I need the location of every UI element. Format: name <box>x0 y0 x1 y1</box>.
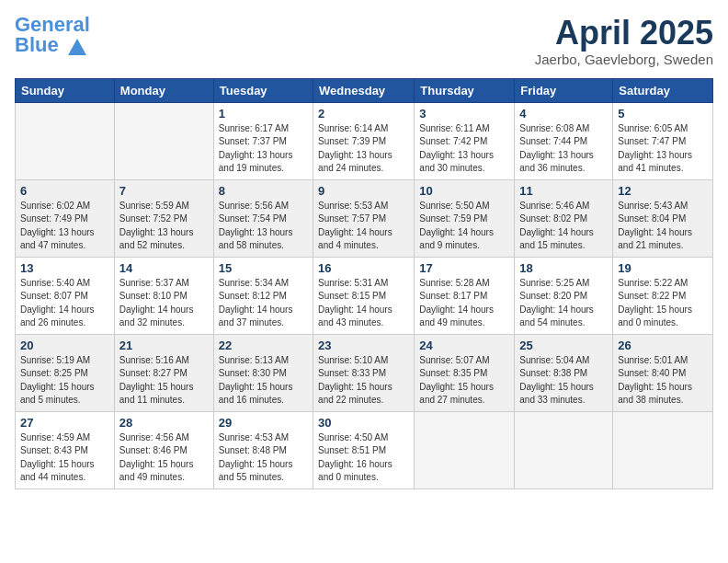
col-friday: Friday <box>515 78 613 102</box>
day-info: Sunrise: 5:56 AM Sunset: 7:54 PM Dayligh… <box>219 200 308 253</box>
day-number: 5 <box>618 107 708 121</box>
calendar-day-cell: 2Sunrise: 6:14 AM Sunset: 7:39 PM Daylig… <box>313 102 415 179</box>
day-info: Sunrise: 5:34 AM Sunset: 8:12 PM Dayligh… <box>219 277 308 330</box>
calendar-day-cell: 7Sunrise: 5:59 AM Sunset: 7:52 PM Daylig… <box>114 179 213 257</box>
day-info: Sunrise: 5:31 AM Sunset: 8:15 PM Dayligh… <box>318 277 409 330</box>
day-number: 9 <box>318 184 409 198</box>
day-info: Sunrise: 4:59 AM Sunset: 8:43 PM Dayligh… <box>20 431 109 485</box>
day-info: Sunrise: 5:40 AM Sunset: 8:07 PM Dayligh… <box>20 277 109 330</box>
day-number: 3 <box>419 107 509 121</box>
day-info: Sunrise: 6:14 AM Sunset: 7:39 PM Dayligh… <box>318 122 409 176</box>
day-number: 12 <box>618 184 708 198</box>
day-number: 20 <box>20 339 109 352</box>
day-number: 27 <box>20 416 109 430</box>
calendar-day-cell: 3Sunrise: 6:11 AM Sunset: 7:42 PM Daylig… <box>415 102 515 179</box>
day-info: Sunrise: 5:01 AM Sunset: 8:40 PM Dayligh… <box>618 354 708 408</box>
calendar-day-cell: 6Sunrise: 6:02 AM Sunset: 7:49 PM Daylig… <box>16 179 115 257</box>
day-number: 25 <box>519 339 608 352</box>
day-info: Sunrise: 6:08 AM Sunset: 7:44 PM Dayligh… <box>519 122 608 176</box>
calendar-day-cell: 23Sunrise: 5:10 AM Sunset: 8:33 PM Dayli… <box>313 334 415 411</box>
calendar-week-row: 20Sunrise: 5:19 AM Sunset: 8:25 PM Dayli… <box>16 334 713 411</box>
calendar-day-cell: 10Sunrise: 5:50 AM Sunset: 7:59 PM Dayli… <box>415 179 515 257</box>
day-info: Sunrise: 5:50 AM Sunset: 7:59 PM Dayligh… <box>419 200 509 253</box>
calendar-day-cell: 28Sunrise: 4:56 AM Sunset: 8:46 PM Dayli… <box>114 411 213 488</box>
day-info: Sunrise: 6:05 AM Sunset: 7:47 PM Dayligh… <box>618 122 708 176</box>
calendar-day-cell: 14Sunrise: 5:37 AM Sunset: 8:10 PM Dayli… <box>114 257 213 334</box>
col-wednesday: Wednesday <box>313 78 415 102</box>
day-number: 10 <box>419 184 509 198</box>
calendar-day-cell: 16Sunrise: 5:31 AM Sunset: 8:15 PM Dayli… <box>313 257 415 334</box>
day-number: 30 <box>318 416 409 430</box>
day-info: Sunrise: 5:19 AM Sunset: 8:25 PM Dayligh… <box>20 354 109 408</box>
calendar-day-cell <box>415 411 515 488</box>
col-monday: Monday <box>114 78 213 102</box>
day-info: Sunrise: 4:56 AM Sunset: 8:46 PM Dayligh… <box>119 431 209 485</box>
day-info: Sunrise: 5:16 AM Sunset: 8:27 PM Dayligh… <box>119 354 209 408</box>
calendar-week-row: 1Sunrise: 6:17 AM Sunset: 7:37 PM Daylig… <box>16 102 713 179</box>
day-info: Sunrise: 5:25 AM Sunset: 8:20 PM Dayligh… <box>519 277 608 330</box>
day-number: 2 <box>318 107 409 121</box>
calendar-day-cell: 22Sunrise: 5:13 AM Sunset: 8:30 PM Dayli… <box>213 334 313 411</box>
calendar-day-cell: 17Sunrise: 5:28 AM Sunset: 8:17 PM Dayli… <box>415 257 515 334</box>
calendar-day-cell <box>613 411 713 488</box>
calendar-day-cell: 8Sunrise: 5:56 AM Sunset: 7:54 PM Daylig… <box>213 179 313 257</box>
calendar-header-row: Sunday Monday Tuesday Wednesday Thursday… <box>16 78 713 102</box>
day-info: Sunrise: 6:11 AM Sunset: 7:42 PM Dayligh… <box>419 122 509 176</box>
day-info: Sunrise: 4:53 AM Sunset: 8:48 PM Dayligh… <box>219 431 308 485</box>
day-info: Sunrise: 5:53 AM Sunset: 7:57 PM Dayligh… <box>318 200 409 253</box>
day-info: Sunrise: 6:02 AM Sunset: 7:49 PM Dayligh… <box>20 200 109 253</box>
calendar-table: Sunday Monday Tuesday Wednesday Thursday… <box>15 78 713 489</box>
day-info: Sunrise: 5:22 AM Sunset: 8:22 PM Dayligh… <box>618 277 708 330</box>
col-sunday: Sunday <box>16 78 115 102</box>
calendar-day-cell: 11Sunrise: 5:46 AM Sunset: 8:02 PM Dayli… <box>515 179 613 257</box>
day-info: Sunrise: 5:04 AM Sunset: 8:38 PM Dayligh… <box>519 354 608 408</box>
calendar-day-cell: 25Sunrise: 5:04 AM Sunset: 8:38 PM Dayli… <box>515 334 613 411</box>
day-number: 22 <box>219 339 308 352</box>
calendar-day-cell: 29Sunrise: 4:53 AM Sunset: 8:48 PM Dayli… <box>213 411 313 488</box>
calendar-day-cell: 26Sunrise: 5:01 AM Sunset: 8:40 PM Dayli… <box>613 334 713 411</box>
day-number: 14 <box>119 261 209 275</box>
day-number: 16 <box>318 261 409 275</box>
calendar-day-cell: 13Sunrise: 5:40 AM Sunset: 8:07 PM Dayli… <box>16 257 115 334</box>
day-info: Sunrise: 5:13 AM Sunset: 8:30 PM Dayligh… <box>219 354 308 408</box>
calendar-day-cell: 12Sunrise: 5:43 AM Sunset: 8:04 PM Dayli… <box>613 179 713 257</box>
col-tuesday: Tuesday <box>213 78 313 102</box>
page-header: General Blue April 2025 Jaerbo, Gaevlebo… <box>15 15 713 67</box>
day-info: Sunrise: 5:43 AM Sunset: 8:04 PM Dayligh… <box>618 200 708 253</box>
logo-blue: Blue <box>15 33 59 56</box>
calendar-week-row: 27Sunrise: 4:59 AM Sunset: 8:43 PM Dayli… <box>16 411 713 488</box>
day-number: 19 <box>618 261 708 275</box>
calendar-day-cell: 24Sunrise: 5:07 AM Sunset: 8:35 PM Dayli… <box>415 334 515 411</box>
location: Jaerbo, Gaevleborg, Sweden <box>535 52 713 67</box>
month-title: April 2025 <box>535 15 713 52</box>
calendar-day-cell: 5Sunrise: 6:05 AM Sunset: 7:47 PM Daylig… <box>613 102 713 179</box>
logo: General Blue <box>15 15 90 55</box>
day-number: 21 <box>119 339 209 352</box>
day-number: 13 <box>20 261 109 275</box>
calendar-week-row: 6Sunrise: 6:02 AM Sunset: 7:49 PM Daylig… <box>16 179 713 257</box>
day-number: 24 <box>419 339 509 352</box>
col-thursday: Thursday <box>415 78 515 102</box>
day-number: 6 <box>20 184 109 198</box>
day-number: 15 <box>219 261 308 275</box>
day-number: 17 <box>419 261 509 275</box>
calendar-day-cell <box>114 102 213 179</box>
day-info: Sunrise: 5:10 AM Sunset: 8:33 PM Dayligh… <box>318 354 409 408</box>
calendar-day-cell: 30Sunrise: 4:50 AM Sunset: 8:51 PM Dayli… <box>313 411 415 488</box>
title-block: April 2025 Jaerbo, Gaevleborg, Sweden <box>535 15 713 67</box>
calendar-day-cell: 21Sunrise: 5:16 AM Sunset: 8:27 PM Dayli… <box>114 334 213 411</box>
day-info: Sunrise: 6:17 AM Sunset: 7:37 PM Dayligh… <box>219 122 308 176</box>
day-number: 18 <box>519 261 608 275</box>
day-number: 8 <box>219 184 308 198</box>
calendar-day-cell <box>16 102 115 179</box>
calendar-day-cell: 1Sunrise: 6:17 AM Sunset: 7:37 PM Daylig… <box>213 102 313 179</box>
calendar-day-cell: 19Sunrise: 5:22 AM Sunset: 8:22 PM Dayli… <box>613 257 713 334</box>
calendar-day-cell: 4Sunrise: 6:08 AM Sunset: 7:44 PM Daylig… <box>515 102 613 179</box>
day-info: Sunrise: 5:07 AM Sunset: 8:35 PM Dayligh… <box>419 354 509 408</box>
calendar-week-row: 13Sunrise: 5:40 AM Sunset: 8:07 PM Dayli… <box>16 257 713 334</box>
day-number: 28 <box>119 416 209 430</box>
day-number: 7 <box>119 184 209 198</box>
day-info: Sunrise: 5:28 AM Sunset: 8:17 PM Dayligh… <box>419 277 509 330</box>
calendar-day-cell: 15Sunrise: 5:34 AM Sunset: 8:12 PM Dayli… <box>213 257 313 334</box>
calendar-day-cell: 9Sunrise: 5:53 AM Sunset: 7:57 PM Daylig… <box>313 179 415 257</box>
